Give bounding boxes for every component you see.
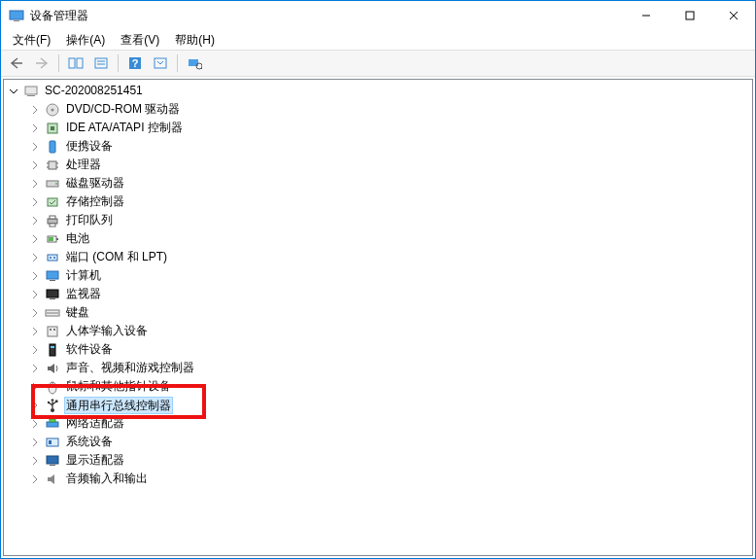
- usb-icon: [45, 398, 60, 413]
- toggle-icon[interactable]: [29, 178, 41, 190]
- toggle-icon[interactable]: [29, 196, 41, 208]
- toggle-icon[interactable]: [29, 122, 41, 134]
- svg-rect-53: [50, 329, 52, 331]
- device-tree: SC-202008251451 DVD/CD-ROM 驱动器IDE ATA/AT…: [8, 82, 748, 488]
- tree-item[interactable]: 端口 (COM 和 LPT): [8, 248, 748, 266]
- toggle-icon[interactable]: [29, 418, 41, 430]
- audio-icon: [45, 361, 60, 376]
- tree-item-label: 声音、视频和游戏控制器: [64, 359, 196, 377]
- toggle-icon[interactable]: [29, 381, 41, 393]
- device-tree-panel[interactable]: SC-202008251451 DVD/CD-ROM 驱动器IDE ATA/AT…: [3, 79, 753, 556]
- toggle-icon[interactable]: [8, 86, 19, 97]
- svg-point-20: [52, 108, 54, 111]
- tree-item[interactable]: IDE ATA/ATAPI 控制器: [8, 119, 748, 137]
- tree-item[interactable]: 鼠标和其他指针设备: [8, 377, 748, 396]
- help-button[interactable]: ?: [123, 52, 147, 74]
- tree-item[interactable]: 音频输入和输出: [8, 470, 748, 488]
- tree-item[interactable]: 系统设备: [8, 433, 748, 451]
- svg-rect-8: [95, 58, 107, 68]
- tree-root-label: SC-202008251451: [43, 82, 145, 100]
- app-icon: [9, 8, 24, 23]
- svg-text:?: ?: [132, 57, 139, 69]
- window-controls: [624, 1, 755, 30]
- cpu-icon: [45, 157, 60, 173]
- toggle-icon[interactable]: [29, 252, 41, 263]
- svg-rect-65: [47, 422, 58, 427]
- forward-button[interactable]: [30, 52, 53, 74]
- toggle-icon[interactable]: [29, 437, 41, 448]
- toggle-icon[interactable]: [29, 344, 41, 356]
- tree-item[interactable]: 打印队列: [8, 211, 748, 229]
- svg-line-16: [201, 68, 202, 69]
- toggle-icon[interactable]: [29, 270, 41, 282]
- tree-item[interactable]: 人体学输入设备: [8, 322, 748, 340]
- toggle-icon[interactable]: [29, 363, 41, 374]
- tree-item[interactable]: 电池: [8, 229, 748, 248]
- svg-rect-55: [50, 344, 55, 356]
- computer-icon: [23, 84, 39, 99]
- svg-rect-41: [47, 271, 58, 279]
- svg-rect-6: [69, 58, 75, 68]
- tree-item[interactable]: 软件设备: [8, 340, 748, 359]
- toggle-icon[interactable]: [29, 400, 41, 411]
- tree-item-label: 计算机: [64, 266, 103, 285]
- computer-icon: [45, 268, 60, 284]
- close-button[interactable]: [711, 1, 755, 30]
- toggle-icon[interactable]: [29, 289, 41, 300]
- tree-item[interactable]: 存储控制器: [8, 192, 748, 211]
- tree-item-label: 处理器: [64, 156, 103, 174]
- tree-item-label: 存储控制器: [64, 192, 126, 211]
- menu-view[interactable]: 查看(V): [115, 30, 165, 51]
- toggle-icon[interactable]: [29, 215, 41, 227]
- tree-item[interactable]: 网络适配器: [8, 414, 748, 433]
- toggle-icon[interactable]: [29, 141, 41, 153]
- tree-item[interactable]: 监视器: [8, 285, 748, 303]
- svg-rect-0: [10, 11, 23, 19]
- tree-item[interactable]: 磁盘驱动器: [8, 174, 748, 192]
- svg-rect-33: [50, 216, 55, 219]
- menubar: 文件(F) 操作(A) 查看(V) 帮助(H): [1, 30, 755, 50]
- toggle-icon[interactable]: [29, 104, 41, 116]
- back-button[interactable]: [5, 52, 28, 74]
- monitor-icon: [45, 287, 60, 302]
- tree-item[interactable]: 键盘: [8, 303, 748, 322]
- tree-item[interactable]: 通用串行总线控制器: [8, 396, 748, 414]
- scan-hardware-button[interactable]: [183, 52, 206, 74]
- properties-button[interactable]: [89, 52, 113, 74]
- tree-item[interactable]: 计算机: [8, 266, 748, 285]
- maximize-button[interactable]: [668, 1, 711, 30]
- action-button[interactable]: [149, 52, 172, 74]
- svg-rect-43: [47, 290, 58, 297]
- tree-item[interactable]: DVD/CD-ROM 驱动器: [8, 100, 748, 119]
- toggle-icon[interactable]: [29, 455, 41, 467]
- tree-item[interactable]: 便携设备: [8, 137, 748, 156]
- tree-item[interactable]: 处理器: [8, 156, 748, 174]
- toolbar-sep: [177, 54, 178, 72]
- titlebar: 设备管理器: [1, 1, 755, 30]
- svg-rect-42: [50, 280, 55, 281]
- minimize-button[interactable]: [624, 1, 668, 30]
- tree-item[interactable]: 声音、视频和游戏控制器: [8, 359, 748, 377]
- audioio-icon: [45, 472, 60, 487]
- menu-file[interactable]: 文件(F): [7, 30, 56, 51]
- tree-root[interactable]: SC-202008251451: [8, 82, 748, 100]
- tree-item[interactable]: 显示适配器: [8, 451, 748, 470]
- toggle-icon[interactable]: [29, 159, 41, 171]
- network-icon: [45, 416, 60, 432]
- toggle-icon[interactable]: [29, 233, 41, 245]
- svg-rect-66: [50, 419, 55, 422]
- battery-icon: [45, 231, 60, 247]
- toggle-icon[interactable]: [29, 326, 41, 337]
- port-icon: [45, 250, 60, 265]
- svg-rect-31: [48, 198, 57, 206]
- toggle-icon[interactable]: [29, 307, 41, 319]
- svg-rect-32: [48, 219, 57, 224]
- svg-rect-18: [27, 95, 35, 96]
- show-hide-console-button[interactable]: [64, 52, 87, 74]
- menu-help[interactable]: 帮助(H): [169, 30, 221, 51]
- disc-icon: [45, 102, 60, 118]
- svg-point-40: [53, 257, 55, 259]
- toggle-icon[interactable]: [29, 473, 41, 485]
- tree-item-label: 网络适配器: [64, 414, 126, 433]
- menu-action[interactable]: 操作(A): [60, 30, 111, 51]
